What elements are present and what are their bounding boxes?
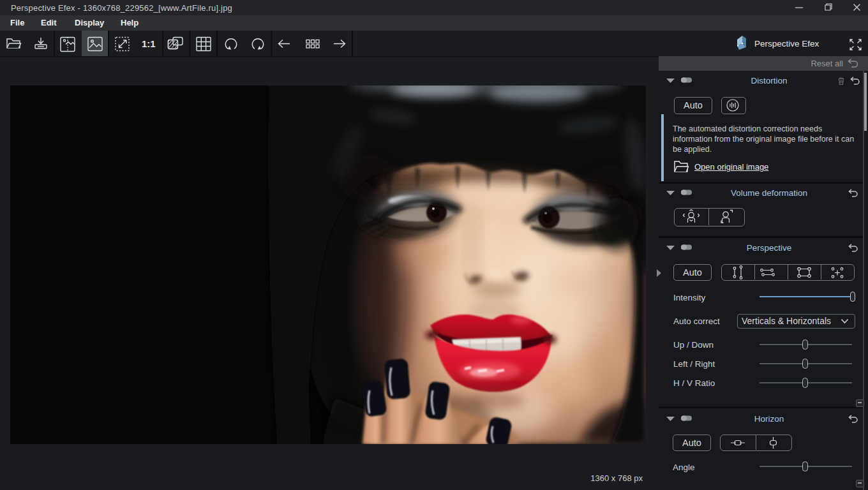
svg-text:Perspective Efex: Perspective Efex	[754, 39, 819, 48]
svg-text:1:1: 1:1	[142, 38, 156, 49]
